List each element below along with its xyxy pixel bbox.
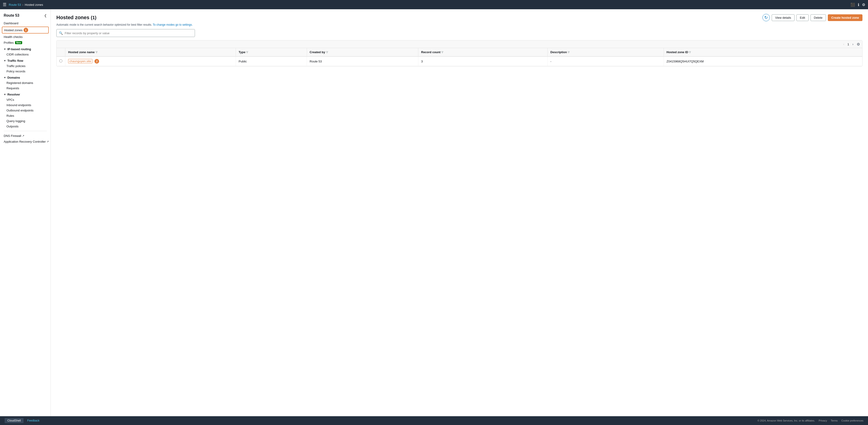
- row-created-by: Route 53: [307, 56, 418, 66]
- profiles-new-badge: New: [15, 41, 22, 44]
- refresh-button[interactable]: ↻: [763, 14, 770, 21]
- table-header-created-by[interactable]: Created by ▽: [307, 48, 418, 56]
- hosted-zones-badge: 1: [24, 28, 28, 32]
- table-header-select: [57, 48, 65, 56]
- sidebar-item-outposts[interactable]: Outposts: [0, 124, 51, 129]
- top-nav: ☰ Route 53 › Hosted zones ⬛ ℹ ⚙: [0, 0, 868, 9]
- footer: CloudShell Feedback © 2024, Amazon Web S…: [0, 416, 868, 425]
- hamburger-icon[interactable]: ☰: [3, 2, 6, 7]
- edit-button[interactable]: Edit: [797, 15, 808, 21]
- zone-name-link[interactable]: chaunguyen.site: [68, 59, 92, 63]
- breadcrumb-separator: ›: [22, 3, 23, 6]
- row-type: Public: [236, 56, 307, 66]
- sidebar-section-resolver[interactable]: ▼ Resolver: [0, 91, 51, 97]
- sidebar-item-outbound-endpoints[interactable]: Outbound endpoints: [0, 108, 51, 113]
- row-record-count: 3: [418, 56, 548, 66]
- prev-page-button[interactable]: ‹: [842, 42, 846, 47]
- row-radio[interactable]: [59, 59, 62, 62]
- external-link-icon: ↗: [22, 134, 24, 137]
- header-actions: ↻ View details Edit Delete Create hosted…: [763, 14, 863, 21]
- sidebar-item-requests[interactable]: Requests: [0, 86, 51, 91]
- external-link-icon: ↗: [46, 140, 49, 143]
- sort-icon: ▽: [96, 51, 97, 53]
- settings-icon-button[interactable]: ⚙: [862, 3, 865, 7]
- sidebar-divider: [4, 131, 47, 131]
- sidebar-item-profiles[interactable]: Profiles New: [0, 40, 51, 46]
- create-hosted-zone-button[interactable]: Create hosted zone: [828, 15, 863, 21]
- feedback-link[interactable]: Feedback: [27, 419, 39, 422]
- settings-link[interactable]: To change modes go to settings.: [153, 23, 193, 26]
- sidebar-item-rules[interactable]: Rules: [0, 113, 51, 118]
- sidebar-header: Route 53 ❮: [0, 11, 51, 20]
- hosted-zones-table: Hosted zone name ▽ Type ▽: [57, 48, 862, 66]
- arrow-icon: ▼: [4, 93, 6, 96]
- sidebar-item-profiles-label: Profiles: [4, 41, 13, 45]
- page-header: Hosted zones (1) ↻ View details Edit Del…: [56, 14, 863, 21]
- domains-label: Domains: [7, 76, 20, 79]
- sidebar-item-dns-firewall[interactable]: DNS Firewall ↗: [0, 133, 51, 139]
- main-layout: Route 53 ❮ Dashboard Hosted zones 1 Heal…: [0, 9, 868, 416]
- row-step-badge: 2: [94, 59, 99, 64]
- row-zone-id: Z0415968Q5HUI7Q5QEXM: [663, 56, 862, 66]
- sort-icon: ▽: [689, 51, 691, 53]
- table-body: chaunguyen.site 2 Public Route 53 3 - Z0…: [57, 56, 862, 66]
- table-row: chaunguyen.site 2 Public Route 53 3 - Z0…: [57, 56, 862, 66]
- panel-icon-button[interactable]: ⬛: [850, 3, 855, 7]
- sidebar-item-registered-domains[interactable]: Registered domains: [0, 80, 51, 86]
- table-header-type[interactable]: Type ▽: [236, 48, 307, 56]
- sidebar-item-cidr-collections[interactable]: CIDR collections: [0, 52, 51, 57]
- breadcrumb-current: Hosted zones: [25, 3, 43, 6]
- privacy-link[interactable]: Privacy: [819, 419, 827, 422]
- refresh-icon: ↻: [764, 15, 768, 20]
- sidebar-item-hosted-zones-label: Hosted zones: [4, 28, 23, 32]
- arrow-icon: ▼: [4, 48, 6, 50]
- copyright-text: © 2024, Amazon Web Services, Inc. or its…: [757, 419, 815, 422]
- sidebar-item-traffic-policies[interactable]: Traffic policies: [0, 63, 51, 69]
- view-details-button[interactable]: View details: [772, 15, 795, 21]
- table-top-bar: ‹ 1 › ⚙: [57, 40, 862, 48]
- search-input[interactable]: [65, 31, 192, 35]
- table-header-record-count[interactable]: Record count ▽: [418, 48, 548, 56]
- sidebar-item-health-checks[interactable]: Health checks: [0, 34, 51, 40]
- row-select-cell[interactable]: [57, 56, 65, 66]
- sidebar-item-arc[interactable]: Application Recovery Controller ↗: [0, 139, 51, 144]
- search-icon: 🔍: [59, 31, 63, 35]
- sidebar-item-policy-records[interactable]: Policy records: [0, 69, 51, 74]
- cloudshell-button[interactable]: CloudShell: [5, 418, 24, 423]
- table-settings-icon[interactable]: ⚙: [857, 42, 860, 47]
- sort-icon: ▽: [246, 51, 248, 53]
- sidebar-item-vpcs[interactable]: VPCs: [0, 97, 51, 103]
- table-header-row: Hosted zone name ▽ Type ▽: [57, 48, 862, 56]
- table-header-zone-id[interactable]: Hosted zone ID ▽: [663, 48, 862, 56]
- sidebar-section-traffic-flow[interactable]: ▼ Traffic flow: [0, 57, 51, 63]
- page-number: 1: [847, 42, 849, 46]
- sidebar-title: Route 53: [4, 13, 20, 18]
- ip-based-routing-label: IP-based routing: [7, 48, 31, 51]
- sidebar-section-ip-based-routing[interactable]: ▼ IP-based routing: [0, 46, 51, 52]
- table-header-description[interactable]: Description ▽: [548, 48, 663, 56]
- cookie-link[interactable]: Cookie preferences: [841, 419, 863, 422]
- breadcrumb-parent[interactable]: Route 53: [9, 3, 21, 6]
- sidebar-item-hosted-zones[interactable]: Hosted zones 1: [2, 27, 49, 33]
- sidebar-item-dashboard[interactable]: Dashboard: [0, 20, 51, 26]
- top-nav-right: ⬛ ℹ ⚙: [850, 3, 865, 7]
- terms-link[interactable]: Terms: [831, 419, 838, 422]
- search-bar[interactable]: 🔍: [56, 29, 195, 37]
- breadcrumb: Route 53 › Hosted zones: [9, 3, 43, 6]
- table-header-zone-name[interactable]: Hosted zone name ▽: [65, 48, 236, 56]
- page-title: Hosted zones: [56, 15, 89, 21]
- sidebar-item-query-logging[interactable]: Query logging: [0, 118, 51, 124]
- sidebar-item-inbound-endpoints[interactable]: Inbound endpoints: [0, 103, 51, 108]
- next-page-button[interactable]: ›: [851, 42, 855, 47]
- sidebar-section-domains[interactable]: ▼ Domains: [0, 74, 51, 80]
- zone-count: (1): [91, 15, 96, 20]
- arrow-icon: ▼: [4, 76, 6, 79]
- sort-icon: ▽: [326, 51, 328, 53]
- row-zone-name: chaunguyen.site 2: [65, 56, 236, 66]
- sort-icon: ▽: [441, 51, 443, 53]
- delete-button[interactable]: Delete: [810, 15, 826, 21]
- auto-mode-bar: Automatic mode is the current search beh…: [56, 23, 863, 26]
- info-icon-button[interactable]: ℹ: [858, 3, 859, 7]
- sort-icon: ▽: [568, 51, 569, 53]
- sidebar-collapse-button[interactable]: ❮: [44, 13, 47, 17]
